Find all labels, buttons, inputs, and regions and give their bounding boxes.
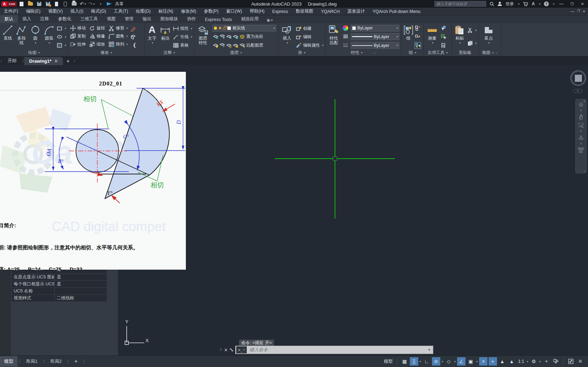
scale-button[interactable]: 缩放 — [89, 40, 105, 48]
command-input-bar[interactable]: >_ ▾ 键入命令 ▼ — [235, 346, 433, 354]
measure-button[interactable]: 测量 ▾ — [426, 24, 439, 49]
quick-calculator-icon[interactable] — [440, 42, 446, 48]
doc-minimize-button[interactable]: — — [570, 9, 574, 14]
edit-block-button[interactable]: 编辑 — [296, 33, 323, 41]
explode-button[interactable] — [130, 33, 136, 41]
layer-on-tool-icon[interactable] — [213, 42, 219, 48]
ellipse-button[interactable]: ▾ — [57, 33, 66, 41]
menu-window[interactable]: 窗口(W) — [222, 8, 246, 15]
clean-screen-icon[interactable] — [567, 357, 575, 366]
mirror-button[interactable]: 镜像 — [89, 32, 105, 40]
color-wheel-icon[interactable] — [343, 25, 348, 31]
object-snap-tracking-toggle[interactable]: ∠ — [457, 357, 465, 366]
ribbon-tab-collaborate[interactable]: 协作 — [183, 15, 201, 23]
save-as-icon[interactable] — [45, 1, 51, 6]
print-icon[interactable] — [71, 1, 77, 6]
search-icon[interactable] — [490, 2, 494, 6]
navigation-wheel-caret-icon[interactable]: ▾ — [580, 110, 582, 112]
circle-button[interactable]: 圆 ▾ — [29, 24, 41, 49]
palette-title-bar[interactable] — [0, 270, 10, 355]
ribbon-tab-insert[interactable]: 插入 — [18, 15, 36, 23]
ribbon-tab-3dtools[interactable]: 三维工具 — [76, 15, 103, 23]
menu-dimension[interactable]: 标注(N) — [155, 8, 177, 15]
new-layout-button[interactable]: + — [70, 356, 82, 367]
paste-button[interactable]: 粘贴 ▾ — [454, 24, 466, 49]
drawing-canvas[interactable]: CaTIC CAD digital compet — [0, 65, 588, 355]
table-row[interactable]: 每个视口都显示 UCS 是 — [12, 281, 107, 288]
panel-label-modify[interactable]: 修改▾ — [68, 49, 144, 56]
window-restore-button[interactable]: ❐ — [568, 2, 575, 6]
group-selectable-icon[interactable] — [415, 42, 421, 48]
panel-label-clipboard[interactable]: 剪贴板 — [452, 49, 478, 56]
annotation-scale-button[interactable]: 1:1 — [517, 357, 525, 366]
ribbon-tab-featured-apps[interactable]: 精选应用 — [237, 15, 263, 23]
new-drawing-tab-button[interactable]: + — [63, 57, 73, 65]
help-search-input[interactable]: 键入关键字或短语 — [434, 1, 486, 7]
plot-to-device-icon[interactable] — [54, 1, 59, 6]
menu-express[interactable]: Express — [268, 8, 292, 15]
fillet-button[interactable]: 圆角▾ — [108, 32, 128, 40]
window-minimize-button[interactable]: — — [558, 1, 565, 6]
doc-close-button[interactable]: × — [583, 9, 585, 14]
doc-restore-button[interactable]: ❐ — [577, 9, 580, 14]
layer-select-combo[interactable]: ✹ 粗实线 ▾ — [212, 25, 276, 32]
iso-caret-icon[interactable]: ▾ — [454, 360, 456, 363]
panel-label-properties[interactable]: 特性▾⌄ — [326, 49, 401, 56]
table-row[interactable]: UCS 名称 — [12, 288, 107, 295]
circle-caret-icon[interactable]: ▾ — [35, 41, 36, 44]
layer-freeze-tool-icon[interactable]: ✱ — [226, 34, 232, 40]
layer-unisolate-tool-icon[interactable] — [219, 42, 225, 48]
model-tab[interactable]: 模型 — [0, 356, 18, 367]
navbar-pin-icon[interactable]: ◒ — [583, 169, 585, 172]
layer-match-icon[interactable] — [239, 42, 245, 48]
polar-caret-icon[interactable]: ▾ — [441, 360, 443, 363]
polyline-button[interactable]: 多段线 — [15, 24, 27, 49]
app-store-cart-icon[interactable] — [523, 2, 528, 6]
layout1-tab[interactable]: 布局1 — [22, 356, 42, 367]
menu-view[interactable]: 视图(V) — [44, 8, 67, 15]
copy-clip-button[interactable]: ▾ — [467, 39, 477, 47]
layer-lock-tool-icon[interactable] — [233, 34, 239, 40]
object-snap-toggle[interactable]: ▣ — [467, 357, 475, 366]
help-caret-icon[interactable]: ▾ — [553, 2, 554, 6]
rectangle-button[interactable]: ▾ — [57, 25, 66, 32]
menu-dataview[interactable]: 数据视图 — [292, 8, 317, 15]
quick-select-icon[interactable] — [440, 25, 446, 31]
paste-caret-icon[interactable]: ▾ — [459, 41, 461, 44]
linetype-list-icon[interactable] — [343, 42, 349, 48]
osnap-caret-icon[interactable]: ▾ — [476, 360, 478, 363]
file-tab-start[interactable]: 开始 — [3, 56, 22, 65]
panel-label-layers[interactable]: 图层▾ — [194, 49, 278, 56]
command-close-icon[interactable]: ✕ — [224, 347, 228, 353]
menu-yqarch-pulldown[interactable]: YQArch Pull-down Menu — [369, 8, 424, 15]
arc-button[interactable]: 圆弧 ▾ — [43, 24, 55, 49]
stretch-button[interactable]: 拉伸 — [70, 40, 86, 48]
open-folder-icon[interactable] — [28, 1, 33, 6]
ungroup-icon[interactable] — [415, 25, 421, 31]
window-close-button[interactable]: × — [579, 1, 586, 7]
copy-button[interactable]: 复制 — [70, 32, 86, 40]
command-recent-caret-icon[interactable]: ▼ — [428, 348, 432, 352]
arc-caret-icon[interactable]: ▾ — [49, 41, 50, 44]
ribbon-tab-annotate[interactable]: 注释 — [36, 15, 54, 23]
panel-label-annotate[interactable]: 注释▾ — [145, 49, 194, 56]
group-edit-icon[interactable] — [415, 34, 421, 40]
layer-off-tool-icon[interactable] — [213, 34, 219, 40]
annotation-monitor-icon[interactable]: ＋ — [542, 357, 551, 366]
menu-help[interactable]: 帮助(H) — [246, 8, 268, 15]
isolate-objects-icon[interactable] — [552, 357, 560, 366]
pan-hand-icon[interactable] — [578, 114, 584, 120]
ribbon-tab-manage[interactable]: 管理 — [120, 15, 138, 23]
line-button[interactable]: 直线 — [2, 24, 14, 49]
panel-label-draw[interactable]: 绘图▾ — [0, 49, 68, 56]
leader-button[interactable]: 引线▾ — [173, 33, 192, 41]
set-current-layer-icon[interactable] — [239, 34, 245, 40]
redo-button[interactable]: ↷▾ — [89, 1, 94, 6]
snap-caret-icon[interactable]: ▾ — [419, 360, 421, 363]
layer-properties-button[interactable]: 图层 特性 — [196, 24, 210, 49]
select-similar-icon[interactable] — [440, 34, 446, 40]
command-grip-handle[interactable]: ⠿ — [220, 349, 223, 351]
workspace-caret-icon[interactable]: ▾ — [539, 360, 541, 363]
account-icon[interactable] — [498, 2, 502, 6]
panel-label-utilities[interactable]: 实用工具▾ — [424, 49, 451, 56]
